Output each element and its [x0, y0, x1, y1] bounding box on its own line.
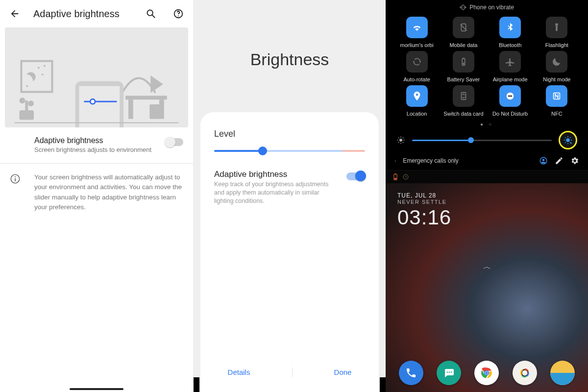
qs-tile-nfc[interactable]: NFC [534, 85, 580, 117]
svg-line-1 [152, 15, 155, 18]
qs-tile-dnd[interactable]: Do Not Disturb [487, 85, 534, 117]
details-button[interactable]: Details [215, 363, 263, 381]
messages-app[interactable] [437, 361, 461, 385]
app-drawer-handle[interactable]: ︿ [483, 262, 491, 272]
globe-icon [550, 361, 575, 385]
svg-rect-10 [125, 96, 167, 99]
svg-rect-71 [550, 373, 575, 385]
dock [386, 361, 588, 385]
auto-brightness-icon: A [563, 135, 573, 145]
adaptive-subtitle: Keep track of your brightness adjustment… [214, 180, 339, 205]
camera-icon [518, 367, 531, 379]
qs-tile-sim-switch[interactable]: Switch data card [440, 85, 487, 117]
sim-off-icon [458, 22, 469, 33]
quick-settings-grid: morlium's orbiMobile dataBluetoothFlashl… [386, 14, 588, 121]
adaptive-brightness-setting[interactable]: Adaptive brightness Screen brightness ad… [0, 127, 193, 160]
qs-tile-label: morlium's orbi [400, 42, 434, 48]
messages-icon [443, 367, 455, 379]
qs-tile-box [406, 17, 428, 38]
panel-title: Brightness [194, 50, 386, 69]
svg-point-3 [178, 16, 179, 17]
svg-point-65 [451, 371, 452, 372]
qs-tile-rotate[interactable]: Auto-rotate [393, 51, 440, 82]
qs-tile-box [453, 85, 474, 107]
edit-icon[interactable] [555, 156, 564, 165]
airplane-icon [505, 56, 515, 67]
moon-icon [551, 56, 562, 67]
camera-app[interactable] [513, 361, 537, 385]
qs-tile-flashlight[interactable]: Flashlight [534, 17, 580, 48]
qs-tile-moon[interactable]: Night mode [534, 51, 580, 82]
svg-point-21 [90, 99, 95, 104]
qs-tile-label: Mobile data [449, 42, 477, 48]
back-button[interactable] [6, 5, 24, 23]
svg-rect-11 [128, 99, 133, 119]
qs-tile-label: Night mode [543, 76, 570, 82]
phone-app[interactable] [399, 361, 423, 385]
slider-thumb[interactable] [258, 147, 267, 155]
brightness-row: A [386, 129, 588, 154]
qs-tile-box [406, 51, 428, 73]
illustration-graphic [5, 27, 188, 127]
home-screen[interactable]: TUE, JUL 28 NEVER SETTLE 03:16 ︿ [386, 183, 588, 392]
illustration [5, 27, 188, 127]
qs-tile-box [546, 17, 567, 38]
svg-rect-61 [394, 178, 396, 179]
svg-point-47 [566, 138, 570, 142]
qs-tile-box [499, 17, 521, 38]
svg-point-58 [542, 159, 545, 161]
svg-line-46 [403, 138, 404, 139]
qs-tile-location[interactable]: Location [393, 85, 440, 117]
bluetooth-icon [505, 22, 515, 33]
clock-icon [402, 173, 409, 180]
brightness-panel: Brightness Level Adaptive brightness Kee… [194, 0, 386, 392]
network-status: Emergency calls only [403, 157, 532, 164]
brightness-low-icon [396, 136, 405, 145]
qs-tile-label: NFC [551, 111, 563, 117]
qs-tile-label: Location [407, 111, 427, 117]
auto-brightness-button[interactable]: A [559, 131, 577, 149]
search-button[interactable] [142, 5, 160, 23]
page-indicator: ● ○ [386, 121, 588, 129]
time-text: 03:16 [397, 206, 451, 229]
phone-icon [405, 367, 417, 379]
done-button[interactable]: Done [321, 363, 365, 381]
qs-tile-box [546, 85, 567, 107]
help-button[interactable] [170, 5, 187, 23]
svg-point-17 [28, 100, 34, 106]
quick-settings-and-home: Phone on vibrate morlium's orbiMobile da… [386, 0, 588, 392]
svg-line-55 [570, 137, 571, 138]
tagline-text: NEVER SETTLE [397, 199, 451, 205]
chrome-icon [479, 365, 494, 381]
adaptive-brightness-toggle[interactable] [166, 138, 183, 146]
adaptive-toggle[interactable] [346, 172, 365, 180]
qs-tile-battery[interactable]: Battery Saver [440, 51, 487, 82]
svg-rect-26 [462, 5, 465, 9]
qs-tile-bluetooth[interactable]: Bluetooth [487, 17, 534, 48]
svg-line-54 [565, 142, 566, 143]
info-block: Your screen brightness will automaticall… [0, 164, 193, 221]
qs-tile-sim-off[interactable]: Mobile data [440, 17, 487, 48]
nfc-icon [551, 91, 562, 101]
info-text: Your screen brightness will automaticall… [34, 172, 183, 212]
browser-app[interactable] [550, 361, 575, 385]
qs-tile-box [499, 85, 521, 107]
qs-tile-airplane[interactable]: Airplane mode [487, 51, 534, 82]
help-icon [173, 8, 184, 19]
svg-point-69 [486, 371, 488, 374]
user-icon[interactable] [539, 156, 548, 165]
back-arrow-icon [9, 8, 20, 19]
settings-gear-icon[interactable] [570, 156, 579, 165]
chrome-app[interactable] [474, 361, 499, 385]
qs-brightness-slider[interactable] [412, 140, 552, 141]
brightness-slider[interactable] [214, 150, 365, 152]
svg-rect-36 [508, 96, 512, 97]
qs-tile-wifi[interactable]: morlium's orbi [393, 17, 440, 48]
qs-tile-label: Do Not Disturb [492, 111, 528, 117]
dnd-icon [505, 91, 515, 101]
search-icon [146, 8, 156, 19]
wifi-icon [412, 22, 422, 33]
svg-point-7 [42, 74, 44, 75]
clock-widget[interactable]: TUE, JUL 28 NEVER SETTLE 03:16 [397, 192, 451, 229]
home-indicator[interactable] [70, 388, 123, 390]
